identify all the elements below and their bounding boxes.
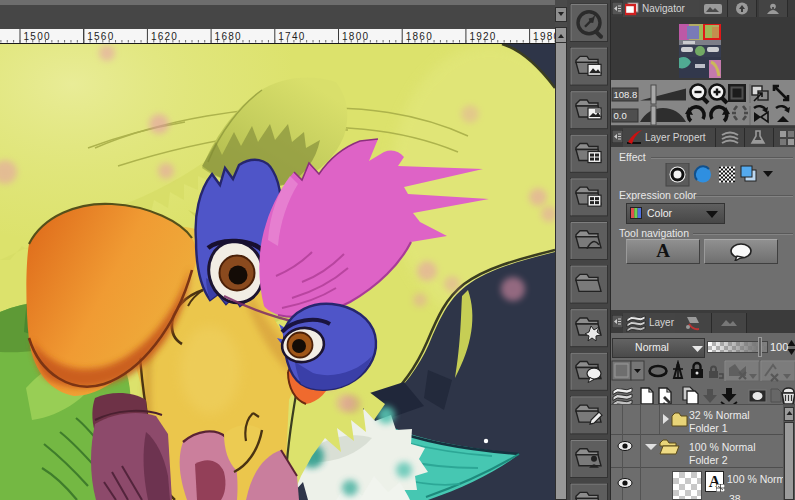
svg-text:108.8: 108.8 bbox=[614, 89, 638, 100]
svg-text:1980: 1980 bbox=[533, 31, 556, 42]
svg-text:0.0: 0.0 bbox=[614, 110, 627, 121]
